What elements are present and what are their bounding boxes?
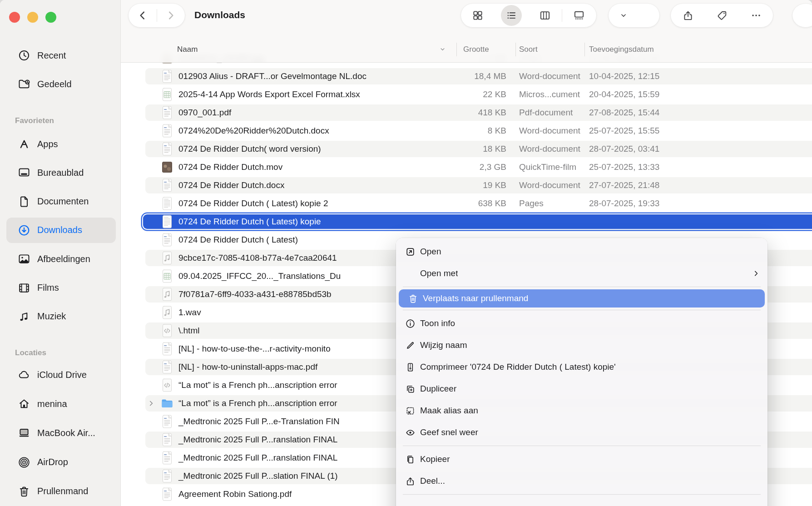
sheet-file-icon [161,88,173,101]
menu-item-comprimeer-0724-de-ridder-dutch-latest-kopie[interactable]: Comprimeer '0724 De Ridder Dutch ( Lates… [396,356,767,378]
file-row[interactable]: 0724 De Ridder Dutch( word version)18 KB… [120,140,812,158]
sidebar-item-label: Documenten [37,196,89,207]
menu-item-label: Maak alias aan [420,406,478,416]
columns-view-button[interactable] [528,4,562,27]
home-icon [16,397,32,411]
sidebar-item-afbeeldingen[interactable]: Afbeeldingen [6,246,116,272]
file-row[interactable]: 012903 Alius - DRAFT...or Gevelmontage N… [120,67,812,85]
share-icon [404,475,416,487]
list-view-button[interactable] [495,4,528,27]
close-button[interactable] [9,12,20,23]
sidebar-item-label: Apps [37,139,58,149]
file-name: \.html [178,322,199,340]
toolbar: Downloads Naam Grootte Soort Toevoegings… [120,0,812,63]
menu-item-open[interactable]: Open [396,241,767,263]
column-divider[interactable] [456,43,457,56]
file-date: 27-08-2025, 15:44 [589,104,659,122]
chevron-down-icon [619,11,628,20]
file-row[interactable]: 0724 De Ridder Dutch.mov2,3 GBQuickTime-… [120,158,812,176]
file-row[interactable]: 0724%20De%20Ridder%20Dutch.docx8 KBWord-… [120,122,812,140]
menu-item-verplaats-naar-prullenmand[interactable]: Verplaats naar prullenmand [399,289,765,308]
menu-separator [403,287,761,287]
file-date: 28-07-2025, 03:41 [589,140,659,158]
sidebar-item-downloads[interactable]: Downloads [6,218,116,243]
menu-item-kopieer[interactable]: Kopieer [396,448,767,470]
sidebar-item-documenten[interactable]: Documenten [6,189,116,214]
menu-item-dupliceer[interactable]: Dupliceer [396,378,767,400]
file-row[interactable]: 0970_001.pdf418 KBPdf-document27-08-2025… [120,104,812,122]
sidebar-item-icloud-drive[interactable]: iCloud Drive [6,362,116,387]
file-name: 0724 De Ridder Dutch( word version) [178,140,321,158]
file-kind: Word-document [519,122,580,140]
folder-icon [161,397,173,410]
sidebar-item-muziek[interactable]: Muziek [6,304,116,329]
sidebar-item-apps[interactable]: Apps [6,131,116,157]
file-date: 25-07-2025, 15:55 [589,122,659,140]
sidebar-item-airdrop[interactable]: AirDrop [6,450,116,475]
column-divider[interactable] [515,43,516,56]
file-size: 638 KB [454,194,506,213]
menu-item-label: Comprimeer '0724 De Ridder Dutch ( Lates… [420,362,616,372]
sidebar-item-prullenmand[interactable]: Prullenmand [6,479,116,504]
doc-file-icon [161,142,173,156]
file-row[interactable]: 0724 De Ridder Dutch.docx19 KBWord-docum… [120,176,812,194]
menu-item-open-met[interactable]: Open met [396,263,767,284]
menu-separator [403,310,761,310]
menu-icon-spacer [404,268,416,279]
menu-item-label: Toon info [420,318,455,328]
column-header-toevoegingsdatum[interactable]: Toevoegingsdatum [589,42,654,57]
ellipsis-button[interactable] [739,4,773,27]
tag-button[interactable] [705,4,739,27]
doc-file-icon [161,415,173,428]
menu-item-geef-snel-weer[interactable]: Geef snel weer [396,422,767,443]
file-row[interactable]: 0724 De Ridder Dutch ( Latest) kopie 263… [120,194,812,213]
share-button[interactable] [671,4,705,27]
menu-item-toon-info[interactable]: Toon info [396,313,767,334]
sidebar-item-gedeeld[interactable]: Gedeeld [6,71,116,97]
grid-view-button[interactable] [461,4,495,27]
file-size: 22 KB [454,85,506,104]
file-kind: Word-document [519,140,580,158]
zoom-button[interactable] [45,12,56,23]
column-header-soort[interactable]: Soort [519,42,538,57]
file-row[interactable]: 2025-4-14 App Words Export Excel Format.… [120,85,812,104]
menu-item-deel[interactable]: Deel... [396,470,767,492]
file-size: 8 KB [454,122,506,140]
menu-item-label: Open [420,247,441,257]
sidebar-item-label: Bureaublad [37,168,84,178]
sidebar-item-label: Prullenmand [37,486,88,496]
sidebar-item-films[interactable]: Films [6,275,116,301]
images-icon [16,252,32,266]
sidebar-item-macbook-air-[interactable]: MacBook Air... [6,420,116,446]
sidebar-item-bureaublad[interactable]: Bureaublad [6,160,116,185]
appstore-icon [16,137,32,151]
gallery-view-button[interactable] [562,4,596,27]
column-divider[interactable] [584,43,585,56]
sidebar-item-label: iCloud Drive [37,370,87,380]
context-menu: OpenOpen metVerplaats naar prullenmandTo… [396,238,767,506]
sidebar-item-label: Gedeeld [37,79,72,89]
trash-icon [16,485,32,498]
file-name: _Medtronic 2025 Full P...ranslation FINA… [178,431,337,449]
sidebar-item-label: AirDrop [37,457,68,467]
eye-icon [404,427,416,438]
file-kind: Word-document [519,176,580,194]
file-row[interactable]: 0724 De Ridder Dutch ( Latest) kopie [120,213,812,231]
search-button[interactable] [792,4,812,27]
menu-item-maak-alias-aan[interactable]: Maak alias aan [396,400,767,422]
html-file-icon [161,378,173,392]
menu-item-wijzig-naam[interactable]: Wijzig naam [396,334,767,356]
disclosure-chevron-icon[interactable] [148,400,155,407]
sidebar-item-menina[interactable]: menina [6,391,116,417]
minimize-button[interactable] [27,12,38,23]
menu-separator [403,446,761,446]
column-header-grootte[interactable]: Grootte [463,42,489,57]
column-header-naam[interactable]: Naam [177,42,198,57]
sidebar-item-recent[interactable]: Recent [6,43,116,68]
forward-button[interactable] [157,4,185,27]
file-size [454,213,506,231]
file-size: 18 KB [454,140,506,158]
group-button[interactable] [609,4,659,27]
submenu-chevron-icon [752,269,760,278]
back-button[interactable] [129,4,157,27]
